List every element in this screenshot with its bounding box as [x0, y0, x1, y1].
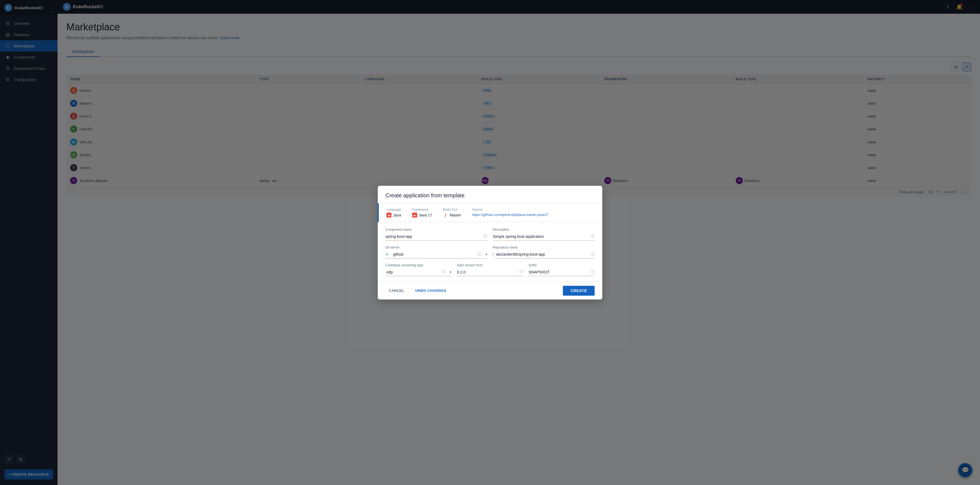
description-label: Description — [493, 228, 595, 231]
start-version-input[interactable] — [457, 268, 523, 276]
suffix-group: Suffix ⓘ — [529, 263, 595, 276]
create-application-modal: Create application from template Languag… — [378, 186, 602, 300]
java-icon: ☕ — [387, 213, 391, 218]
modal-overlay: Create application from template Languag… — [0, 0, 980, 485]
maven-icon: ƒ — [443, 213, 448, 218]
modal-body: Component name ⓘ Description ⓘ — [378, 222, 602, 282]
start-version-wrapper: ⓘ — [457, 268, 523, 276]
modal-title: Create application from template — [385, 192, 465, 198]
git-server-group: Git server ✔ github ⓘ ▾ — [385, 246, 487, 258]
form-row-1: Component name ⓘ Description ⓘ — [385, 228, 595, 241]
git-server-wrapper: ✔ github ⓘ ▾ — [385, 250, 487, 258]
description-group: Description ⓘ — [493, 228, 595, 241]
suffix-wrapper: ⓘ — [529, 268, 595, 276]
codebase-versioning-label: Codebase versioning type — [385, 263, 451, 267]
start-version-label: Start version from — [457, 263, 523, 267]
start-version-info-icon[interactable]: ⓘ — [519, 270, 523, 274]
framework-label: Framework — [412, 208, 432, 212]
modal-footer: CANCEL UNDO CHANGES CREATE — [378, 282, 602, 300]
codebase-versioning-group: Codebase versioning type edp ⓘ ▾ — [385, 263, 451, 276]
language-value: ☕ Java — [387, 213, 401, 218]
repository-name-wrapper: / ⓘ — [493, 250, 595, 258]
template-build-tool-col: Build Tool ƒ Maven — [443, 208, 461, 218]
java17-icon: ☕ — [412, 213, 417, 218]
component-name-input[interactable] — [385, 233, 487, 241]
repository-name-label: Repository name — [493, 246, 595, 249]
suffix-label: Suffix — [529, 263, 595, 267]
undo-changes-button[interactable]: UNDO CHANGES — [412, 286, 449, 295]
form-row-2: Git server ✔ github ⓘ ▾ Repository name … — [385, 246, 595, 258]
suffix-input[interactable] — [529, 268, 595, 276]
template-info: Language ☕ Java Framework ☕ Java 17 Buil… — [378, 203, 602, 222]
build-tool-label: Build Tool — [443, 208, 461, 212]
create-button[interactable]: CREATE — [563, 286, 595, 296]
description-input[interactable] — [493, 233, 595, 241]
source-label: Source — [472, 208, 548, 212]
repository-name-input[interactable] — [495, 250, 595, 258]
source-value[interactable]: https://github.com/epmd-edp/java-maven-j… — [472, 213, 548, 217]
codebase-versioning-wrapper: edp ⓘ ▾ — [385, 268, 451, 276]
repository-name-info-icon[interactable]: ⓘ — [591, 252, 595, 257]
suffix-info-icon[interactable]: ⓘ — [591, 270, 595, 274]
git-server-check-icon: ✔ — [385, 252, 389, 257]
modal-header: Create application from template — [378, 186, 602, 203]
template-language-col: Language ☕ Java — [387, 208, 401, 218]
build-tool-value: ƒ Maven — [443, 213, 461, 218]
framework-value: ☕ Java 17 — [412, 213, 432, 218]
description-wrapper: ⓘ — [493, 233, 595, 241]
template-framework-col: Framework ☕ Java 17 — [412, 208, 432, 218]
git-server-label: Git server — [385, 246, 487, 249]
component-name-label: Component name — [385, 228, 487, 231]
component-name-wrapper: ⓘ — [385, 233, 487, 241]
template-source-col: Source https://github.com/epmd-edp/java-… — [472, 208, 548, 218]
language-label: Language — [387, 208, 401, 212]
git-server-select[interactable]: github — [385, 250, 487, 258]
git-server-info-icon[interactable]: ⓘ — [477, 252, 481, 257]
component-name-info-icon[interactable]: ⓘ — [484, 234, 487, 239]
start-version-group: Start version from ⓘ — [457, 263, 523, 276]
repository-prefix: / — [493, 252, 494, 257]
component-name-group: Component name ⓘ — [385, 228, 487, 241]
repository-name-group: Repository name / ⓘ — [493, 246, 595, 258]
form-row-3: Codebase versioning type edp ⓘ ▾ Start v… — [385, 263, 595, 276]
codebase-versioning-info-icon[interactable]: ⓘ — [442, 270, 445, 274]
description-info-icon[interactable]: ⓘ — [591, 234, 595, 239]
cancel-button[interactable]: CANCEL — [385, 286, 407, 295]
